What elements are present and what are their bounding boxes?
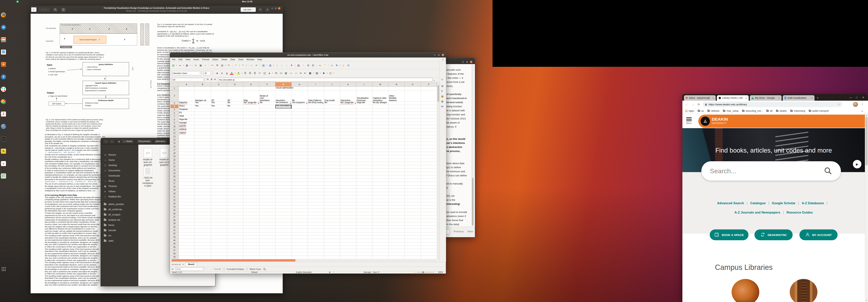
cell-K2[interactable]: Interactive <box>340 90 356 101</box>
cell-M3[interactable]: No (by design) <box>372 101 389 105</box>
window-maximize-icon[interactable]: □ <box>856 96 857 99</box>
show-applications-button[interactable] <box>1 266 6 272</box>
search-button[interactable] <box>52 7 58 12</box>
tab-draft-visualisation[interactable]: draft visualisation✕ <box>783 95 814 101</box>
cell-A12[interactable]: cogtool <box>179 132 194 135</box>
toolbar-new-icon[interactable]: ▤ <box>172 64 175 67</box>
status-language[interactable]: English (Australia) <box>296 271 312 273</box>
toolbar-column-icon[interactable]: ▥ <box>268 64 272 67</box>
dock-item-zotero[interactable]: Z <box>1 111 6 117</box>
note-text-line[interactable]: l] <box>446 186 474 189</box>
column-header-J[interactable]: J <box>324 82 340 87</box>
cell-C3[interactable]: Yes <box>211 101 227 105</box>
page-number-input[interactable]: 1 <box>31 7 37 12</box>
format-currency-icon[interactable]: ◈ <box>268 71 271 75</box>
column-header-M[interactable]: M <box>372 82 389 87</box>
sheet-tab[interactable]: Sheet1 <box>185 263 197 266</box>
format-merge-cells-icon[interactable]: ◫ <box>263 71 267 75</box>
bookmarks-overflow-icon[interactable]: » <box>861 109 863 112</box>
note-text-line[interactable]: ve process, <box>446 149 474 153</box>
toolbar-split-window-icon[interactable]: ▯ <box>342 64 345 67</box>
row-header-36[interactable]: 36 <box>170 212 179 215</box>
toolbar-open-icon[interactable]: ▰ <box>178 64 182 67</box>
row-header-19[interactable]: 19 <box>170 155 179 158</box>
cell-A6[interactable]: D3 <box>179 111 194 115</box>
format-align-left-icon[interactable]: ☰ <box>243 71 247 75</box>
font-size-select[interactable]: 10▾ <box>204 71 212 75</box>
note-text-line[interactable]: of specifically <box>446 93 474 96</box>
toolbar-print-preview-icon[interactable]: ⌕ <box>204 64 207 67</box>
cell-D2[interactable]: 3D <box>227 90 243 101</box>
link-resource-guides[interactable]: Resource Guides <box>786 211 813 214</box>
cell-A3[interactable]: Data2vis <box>179 101 194 105</box>
formatted-display-checkbox[interactable] <box>223 268 225 270</box>
next-sheet-icon[interactable]: ▶ <box>177 263 178 265</box>
cancel-icon[interactable]: ✗ <box>211 78 213 81</box>
back-icon[interactable]: ← <box>685 103 688 106</box>
maximize-icon[interactable]: ▢ <box>466 61 468 63</box>
tab-inbox-anjsimmo-[interactable]: MInbox - anjsimmo@✕ <box>684 95 716 101</box>
next-page-icon[interactable]: › <box>45 8 46 11</box>
format-bg-color-icon[interactable]: ■ <box>322 71 326 75</box>
button-book-a-space[interactable]: BOOK A SPACE <box>710 229 748 240</box>
sidebar-item-admin-postdoc[interactable]: admin_postdoc <box>101 202 138 207</box>
dock-item-terminal[interactable]: >_ <box>1 136 6 142</box>
toolbar-sort-desc-icon[interactable]: ↑ <box>285 64 288 67</box>
sidebar-item-thesis[interactable]: thesis <box>101 223 138 228</box>
row-header-18[interactable]: 18 <box>170 152 179 155</box>
clock[interactable]: Mon 12:00 <box>239 0 256 3</box>
grid-area[interactable]: visual optimisationAutogen vis2D3DMapMod… <box>179 87 437 259</box>
note-text-line[interactable]: asn't mentioned in <box>446 97 474 100</box>
sidebar-functions-icon[interactable]: fx <box>441 105 443 108</box>
forward-button[interactable]: › <box>109 139 115 144</box>
column-header-C[interactable]: C <box>211 82 227 87</box>
scroll-down-icon[interactable]: ▼ <box>865 300 868 301</box>
dock-item-pdf-annotator[interactable]: e <box>1 161 6 166</box>
note-text-line[interactable]: ser's intentions <box>446 141 474 144</box>
column-header-A[interactable]: A <box>179 82 194 87</box>
next-button[interactable]: Next <box>467 230 473 233</box>
dock-item-ubuntu-software[interactable]: A <box>1 62 6 67</box>
row-header-42[interactable]: 42 <box>170 232 179 235</box>
format-conditional-icon[interactable]: ▤ <box>329 71 332 75</box>
row-header-32[interactable]: 32 <box>170 199 179 202</box>
column-header-K[interactable]: K <box>340 82 356 87</box>
accept-icon[interactable]: ↵ <box>214 78 216 81</box>
cell-N2[interactable]: Other Notable features <box>389 90 405 101</box>
note-text-line[interactable]: l features of the <box>446 72 474 75</box>
note-text-line[interactable]: or a dataset with <box>446 109 474 112</box>
sidebar-close-icon[interactable]: x <box>442 58 443 61</box>
site-menu-button[interactable]: Menu <box>686 116 692 124</box>
note-text-line[interactable]: facts about data <box>446 162 474 165</box>
toolbar-sort-icon[interactable]: ↕ <box>275 64 279 67</box>
zoom-slider[interactable] <box>417 272 432 273</box>
note-text-line[interactable]: alisations (even if <box>446 215 474 217</box>
breadcrumb-documents[interactable]: Documents <box>136 139 153 144</box>
toolbar-comment-icon[interactable]: ❝ <box>323 64 327 67</box>
bookmark-executing-not-[interactable]: executing_not... <box>742 109 763 112</box>
toolbar-paste-icon[interactable]: ▧ <box>220 64 224 67</box>
toolbar-spelling-icon[interactable]: ✔ <box>255 64 258 67</box>
sidebar-gallery-icon[interactable]: ▣ <box>441 95 443 98</box>
row-header-17[interactable]: 17 <box>170 148 179 152</box>
window-minimize-icon[interactable]: — <box>849 96 852 99</box>
row-header-16[interactable]: 16 <box>170 145 179 148</box>
format-del-decimal-icon[interactable]: -.0 <box>294 71 298 75</box>
find-next-icon[interactable]: ⌄ <box>210 268 212 270</box>
profile-avatar[interactable] <box>853 102 858 107</box>
reload-icon[interactable]: ⟳ <box>698 103 700 106</box>
hero-play-button[interactable]: ▶ <box>853 160 861 168</box>
format-align-center-icon[interactable]: ☰ <box>248 71 252 75</box>
link-catalogue[interactable]: Catalogue <box>750 201 766 205</box>
page-scrollbar[interactable]: ▲ ▼ <box>865 114 868 302</box>
menu-edit[interactable]: Edit <box>179 58 183 61</box>
annotate-button[interactable]: ✎ <box>258 7 263 12</box>
row-header-38[interactable]: 38 <box>170 219 179 222</box>
button-my-account[interactable]: MY ACCOUNT <box>799 229 838 240</box>
cell-J3[interactable]: No <box>324 101 340 105</box>
row-header-29[interactable]: 29 <box>170 189 179 192</box>
row-header-2[interactable]: 2 <box>170 90 179 101</box>
first-sheet-icon[interactable]: |◀ <box>172 263 174 265</box>
tab-close-icon[interactable]: ✕ <box>811 97 813 99</box>
dock-item-firefox[interactable] <box>1 12 6 18</box>
